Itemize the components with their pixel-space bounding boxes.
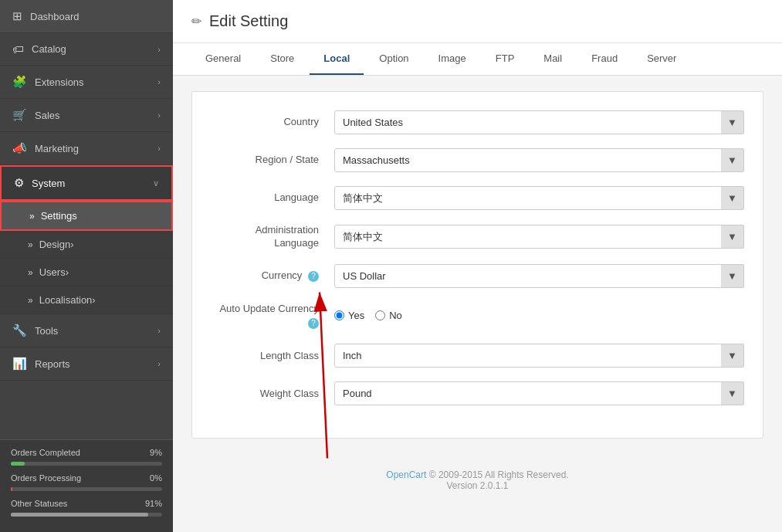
sidebar-sub-item-localisation[interactable]: » Localisation ›	[0, 286, 173, 314]
auto-update-no-text: No	[389, 310, 402, 321]
tab-server[interactable]: Server	[633, 43, 690, 75]
country-select[interactable]: United States	[334, 110, 744, 134]
stat-bar-fill-processing	[11, 487, 12, 491]
length-select-wrap: Inch ▼	[334, 344, 744, 368]
tab-local[interactable]: Local	[310, 43, 364, 75]
region-select-wrap: Massachusetts ▼	[334, 148, 744, 172]
form-group-country: Country United States ▼	[211, 110, 744, 134]
sidebar-item-label: Sales	[35, 110, 60, 121]
sidebar-item-label: Tools	[35, 325, 58, 337]
chevron-right-icon: ›	[70, 239, 73, 250]
auto-update-help-icon[interactable]: ?	[308, 318, 319, 329]
sidebar-item-dashboard[interactable]: ⊞ Dashboard	[0, 0, 173, 33]
footer-copy-text: © 2009-2015 All Rights Reserved.	[429, 469, 569, 480]
sidebar-item-label: System	[32, 178, 65, 189]
sidebar-item-label: Dashboard	[30, 11, 80, 22]
sidebar-sub-item-users[interactable]: » Users ›	[0, 259, 173, 286]
sidebar-sub-item-settings[interactable]: » Settings	[0, 201, 173, 231]
sidebar-sub-item-label: Users	[39, 266, 66, 278]
chevron-double-right-icon: »	[29, 211, 35, 222]
country-label: Country	[211, 115, 334, 129]
tab-option[interactable]: Option	[365, 43, 422, 75]
tab-image[interactable]: Image	[425, 43, 480, 75]
stat-value: 9%	[150, 448, 162, 457]
weight-select[interactable]: Pound	[334, 381, 744, 405]
form-group-auto-update: Auto Update Currency ? Yes No	[211, 302, 744, 330]
chevron-right-icon: ›	[157, 326, 161, 335]
dashboard-icon: ⊞	[12, 9, 22, 23]
auto-update-no-radio[interactable]	[375, 310, 385, 320]
footer: OpenCart © 2009-2015 All Rights Reserved…	[173, 454, 782, 507]
sidebar-sub-item-label: Localisation	[39, 294, 93, 306]
region-select[interactable]: Massachusetts	[334, 148, 744, 172]
stat-bar-bg-processing	[11, 487, 162, 491]
sidebar-item-extensions[interactable]: 🧩 Extensions ›	[0, 66, 173, 99]
sales-icon: 🛒	[12, 108, 27, 122]
tab-store[interactable]: Store	[256, 43, 308, 75]
weight-select-wrap: Pound ▼	[334, 381, 744, 405]
stat-value: 0%	[150, 473, 162, 483]
sidebar-sub-item-design[interactable]: » Design ›	[0, 231, 173, 259]
chevron-double-right-icon: »	[28, 295, 33, 306]
sidebar-item-label: Reports	[35, 358, 70, 370]
stat-bar-bg-completed	[11, 462, 162, 466]
sidebar: ⊞ Dashboard 🏷 Catalog › 🧩 Extensions › 🛒…	[0, 0, 173, 532]
tab-general[interactable]: General	[191, 43, 255, 75]
sidebar-item-catalog[interactable]: 🏷 Catalog ›	[0, 33, 173, 66]
tabs-bar: General Store Local Option Image FTP Mai…	[173, 43, 782, 76]
tab-ftp[interactable]: FTP	[482, 43, 529, 75]
page-header: ✏ Edit Setting	[173, 0, 782, 43]
sidebar-sub-item-label: Settings	[41, 210, 77, 222]
stat-value: 91%	[145, 499, 162, 508]
chevron-double-right-icon: »	[28, 239, 33, 250]
currency-help-icon[interactable]: ?	[308, 271, 319, 282]
currency-select[interactable]: US Dollar	[334, 264, 744, 288]
form-area: Country United States ▼ Region / State M…	[191, 91, 763, 439]
tab-fraud[interactable]: Fraud	[577, 43, 631, 75]
sidebar-item-label: Marketing	[35, 143, 79, 154]
form-group-currency: Currency ? US Dollar ▼	[211, 264, 744, 288]
sidebar-item-sales[interactable]: 🛒 Sales ›	[0, 99, 173, 132]
chevron-right-icon: ›	[157, 45, 161, 54]
marketing-icon: 📣	[12, 141, 27, 155]
sidebar-item-system[interactable]: ⚙ System ∨	[0, 165, 173, 201]
auto-update-no-label[interactable]: No	[375, 310, 402, 321]
stat-bar-fill-other	[11, 513, 148, 517]
footer-version: Version 2.0.1.1	[188, 480, 767, 491]
stat-bar-bg-other	[11, 513, 162, 517]
chevron-right-icon: ›	[157, 359, 161, 368]
auto-update-yes-text: Yes	[348, 310, 364, 321]
sidebar-item-reports[interactable]: 📊 Reports ›	[0, 347, 173, 381]
language-label: Language	[211, 191, 334, 205]
sidebar-item-marketing[interactable]: 📣 Marketing ›	[0, 132, 173, 165]
stat-row-completed: Orders Completed 9%	[11, 448, 162, 457]
tab-mail[interactable]: Mail	[530, 43, 576, 75]
reports-icon: 📊	[12, 357, 27, 371]
stat-label: Orders Processing	[11, 473, 81, 483]
auto-update-label: Auto Update Currency ?	[211, 302, 334, 330]
chevron-right-icon: ›	[157, 144, 161, 153]
sidebar-item-label: Catalog	[32, 43, 66, 55]
chevron-double-right-icon: »	[28, 267, 33, 278]
sidebar-item-tools[interactable]: 🔧 Tools ›	[0, 314, 173, 347]
language-select[interactable]: 简体中文	[334, 186, 744, 210]
admin-language-label: Administration Language	[211, 224, 334, 250]
sidebar-item-label: Extensions	[35, 76, 84, 88]
chevron-right-icon: ›	[157, 77, 161, 86]
chevron-right-icon: ›	[66, 266, 69, 278]
auto-update-yes-label[interactable]: Yes	[334, 310, 364, 321]
form-group-language: Language 简体中文 ▼	[211, 186, 744, 210]
currency-select-wrap: US Dollar ▼	[334, 264, 744, 288]
system-icon: ⚙	[14, 176, 24, 190]
stats-section: Orders Completed 9% Orders Processing 0%…	[0, 439, 173, 532]
auto-update-yes-radio[interactable]	[334, 310, 344, 320]
form-group-region: Region / State Massachusetts ▼	[211, 148, 744, 172]
stat-label: Orders Completed	[11, 448, 80, 457]
footer-brand-link[interactable]: OpenCart	[386, 469, 426, 480]
form-group-admin-language: Administration Language 简体中文 ▼	[211, 224, 744, 250]
form-outer: Country United States ▼ Region / State M…	[173, 76, 782, 532]
length-select[interactable]: Inch	[334, 344, 744, 368]
weight-label: Weight Class	[211, 387, 334, 401]
admin-language-select[interactable]: 简体中文	[334, 225, 744, 249]
edit-pencil-icon: ✏	[191, 14, 201, 29]
